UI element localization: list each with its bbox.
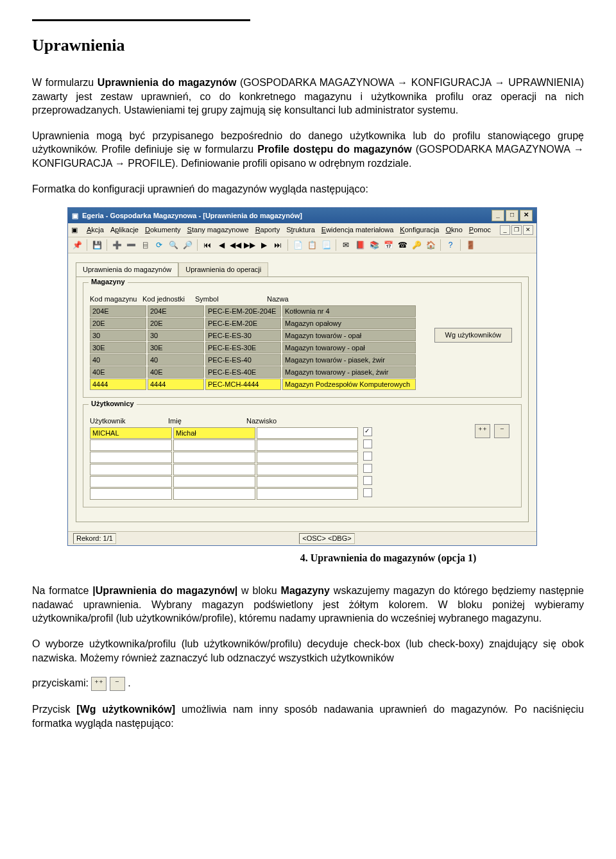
home-icon[interactable]: 🏠 [425,239,436,251]
text: W formularzu [32,77,98,88]
user-checkbox[interactable] [363,427,372,436]
table-cell: 30 [90,330,146,341]
table-cell [257,488,358,500]
tab-uprawnienia-operacje[interactable]: Uprawnienia do operacji [178,262,268,276]
wg-uzytkownikow-button[interactable]: Wg użytkowników [434,328,512,343]
table-row[interactable] [90,439,515,451]
table-cell: 40E [148,366,204,378]
table-cell: Magazyn towarów - opał [282,330,416,341]
phone-icon[interactable]: ☎ [397,239,408,251]
table-row[interactable]: 40E40EPEC-E-ES-40EMagazyn towarowy - pia… [90,366,515,378]
table-cell [90,439,172,451]
menu-item[interactable]: Aplikacje [110,225,139,235]
save-icon[interactable]: 💾 [91,239,103,251]
separator [287,239,288,251]
tab-uprawnienia-magazyny[interactable]: Uprawnienia do magazynów [76,262,178,276]
close-button[interactable]: ✕ [520,210,533,221]
calendar-icon[interactable]: 📅 [382,239,394,251]
user-checkbox[interactable] [363,464,372,473]
figure-caption: 4. Uprawnienia do magazynów (opcja 1) [193,551,584,565]
tab-panel: Magazyny Kod magazynuKod jednostkiSymbol… [76,276,529,522]
first-icon[interactable]: ⏮ [201,239,213,251]
table-row[interactable]: MICHALMichał [90,427,515,439]
table-cell: 30E [90,342,146,353]
books-icon[interactable]: 📚 [368,239,380,251]
grid-header-users: UżytkownikImięNazwisko [90,416,515,426]
doc-icon[interactable]: 📃 [320,239,332,251]
table-row[interactable]: 44444444PEC-MCH-4444Magazyn Podzespołów … [90,378,515,390]
table-row[interactable]: 204E204EPEC-E-EM-20E-204EKotłownia nr 4 [90,305,515,317]
top-rule [32,19,250,21]
menu-item[interactable]: Ewidencja materiałowa [321,225,394,235]
select-all-icon: ⁺⁺ [91,677,107,691]
exit-icon[interactable]: 🚪 [465,239,476,251]
maximize-button[interactable]: □ [506,210,518,221]
deselect-all-button[interactable]: ⁻ [494,424,509,438]
menu-item[interactable]: Raporty [255,225,280,235]
help-icon[interactable]: ? [445,239,456,251]
menu-item[interactable]: Stany magazynowe [187,225,249,235]
table-row[interactable]: 30E30EPEC-E-ES-30EMagazyn towarowy - opa… [90,342,515,353]
table-cell: Magazyn opałowy [282,318,416,329]
mdi-minimize[interactable]: _ [500,225,510,235]
refresh-icon[interactable]: ⟳ [153,239,165,251]
user-checkbox[interactable] [363,439,372,448]
form-icon[interactable]: 📄 [292,239,304,251]
table-cell [173,439,255,451]
mail-icon[interactable]: ✉ [340,239,352,251]
table-cell: PEC-E-EM-20E [205,318,281,329]
search-icon[interactable]: 🔍 [167,239,179,251]
user-checkbox[interactable] [363,452,372,461]
user-checkbox[interactable] [363,476,372,485]
menu-item[interactable]: Struktura [286,225,315,235]
forward-icon[interactable]: ▶▶ [244,239,255,251]
select-all-button[interactable]: ⁺⁺ [475,424,490,438]
table-cell: PEC-E-ES-30E [205,342,281,353]
next-icon[interactable]: ▶ [258,239,270,251]
pin-icon[interactable]: 📌 [71,239,83,251]
statusbar: Rekord: 1/1 <OSC> <DBG> [68,531,536,545]
table-row[interactable] [90,476,515,488]
delete-icon[interactable]: ➖ [125,239,137,251]
toolbar: 📌 💾 ➕ ➖ ⌸ ⟳ 🔍 🔎 ⏮ ◀ ◀◀ ▶▶ ▶ ⏭ 📄 📋 📃 ✉ 📕 … [68,237,536,253]
table-row[interactable] [90,488,515,500]
table-cell: 204E [90,305,146,317]
table-cell: Kotłownia nr 4 [282,305,416,317]
book-icon[interactable]: 📕 [354,239,366,251]
menubar: ▣ Akcja Aplikacje Dokumenty Stany magazy… [68,223,536,237]
find-icon[interactable]: 🔎 [182,239,193,251]
group-title: Magazyny [89,277,128,287]
table-cell: 4444 [148,378,204,390]
menu-item[interactable]: Dokumenty [145,225,181,235]
list-icon[interactable]: 📋 [306,239,318,251]
table-cell [257,427,358,439]
text: Przycisk [32,704,76,715]
text: Na formatce [32,585,92,596]
mdi-controls: _ ❐ ✕ [500,225,533,235]
table-row[interactable]: 4040PEC-E-ES-40Magazyn towarów - piasek,… [90,354,515,366]
rewind-icon[interactable]: ◀◀ [230,239,241,251]
table-row[interactable] [90,452,515,463]
user-checkbox[interactable] [363,488,372,497]
paragraph-1: W formularzu Uprawnienia do magazynów (G… [32,76,584,117]
table-row[interactable] [90,464,515,475]
mdi-close[interactable]: ✕ [523,225,533,235]
prev-icon[interactable]: ◀ [216,239,227,251]
table-cell: Magazyn Podzespołów Komputerowych [282,378,416,390]
menu-item[interactable]: Konfiguracja [400,225,439,235]
grid-header-magazyny: Kod magazynuKod jednostkiSymbolNazwa [90,294,515,304]
menu-item[interactable]: Okno [446,225,463,235]
tabs: Uprawnienia do magazynów Uprawnienia do … [76,262,529,276]
menu-item[interactable]: Akcja [87,225,104,235]
mdi-restore[interactable]: ❐ [511,225,522,235]
tree-icon[interactable]: ⌸ [139,239,151,251]
table-cell: 204E [148,305,204,317]
column-header: Symbol [195,294,266,304]
table-cell: 40 [148,354,204,366]
minimize-button[interactable]: _ [492,210,504,221]
key-icon[interactable]: 🔑 [411,239,422,251]
menu-item[interactable]: Pomoc [469,225,491,235]
table-cell: PEC-E-ES-30 [205,330,281,341]
add-icon[interactable]: ➕ [111,239,123,251]
last-icon[interactable]: ⏭ [272,239,284,251]
